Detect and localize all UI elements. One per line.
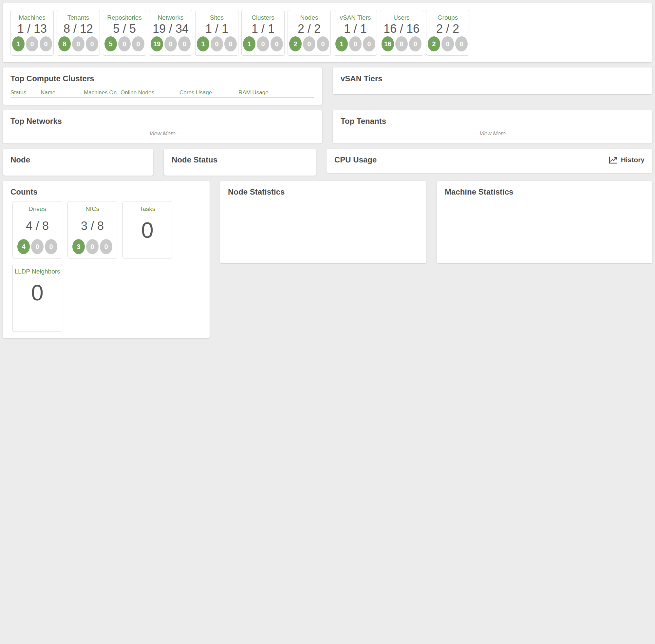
cpu-usage-title: CPU Usage [334,155,377,164]
column-header-machines-on: Machines On [84,89,120,96]
top-compute-clusters-panel: Top Compute Clusters StatusNameMachines … [3,68,322,105]
node-statistics-panel: Node Statistics [220,181,426,263]
card-badges: 1900 [151,36,191,51]
count-badge: 0 [31,239,44,254]
card-value: 1 / 1 [344,22,367,36]
column-header-ram-usage: RAM Usage [238,89,314,96]
card-title: Clusters [252,14,275,21]
count-badge: 0 [45,239,57,254]
summary-card-machines[interactable]: Machines1 / 13100 [10,10,54,56]
vsan-tiers-panel: vSAN Tiers [333,68,652,94]
count-badge: 0 [132,36,144,51]
card-value: 8 / 12 [64,22,93,36]
count-badge: 0 [257,36,269,51]
top-tenants-title: Top Tenants [341,117,645,126]
card-title: Drives [28,205,46,213]
statistics-row: Counts Drives4 / 8400NICs3 / 8300Tasks0L… [3,181,652,338]
history-button[interactable]: History [609,156,645,164]
history-button-label: History [621,156,645,164]
count-badge: 0 [442,36,454,51]
node-cpu-row: Node Node Status CPU Usage History [3,149,652,176]
summary-card-repositories[interactable]: Repositories5 / 5500 [103,10,146,56]
card-title: Users [393,14,410,21]
card-badges: 200 [289,36,329,51]
count-badge: 0 [455,36,468,51]
top-tenants-panel: Top Tenants -- View More -- [333,110,652,143]
count-badge: 1 [335,36,348,51]
tenants-view-more-link[interactable]: -- View More -- [341,130,645,137]
dashboard: Machines1 / 13100Tenants8 / 12800Reposit… [3,3,652,338]
count-badge: 16 [381,36,394,51]
top-networks-panel: Top Networks -- View More -- [3,110,322,143]
clusters-vsan-row: Top Compute Clusters StatusNameMachines … [3,68,652,105]
card-value: 4 / 8 [26,219,49,233]
cpu-usage-header: CPU Usage History [334,155,645,164]
card-badges: 100 [335,36,375,51]
table-header-row: StatusNameMachines OnOnline NodesCores U… [10,88,314,98]
count-badge: 0 [100,239,112,254]
summary-card-vsan-tiers[interactable]: vSAN Tiers1 / 1100 [334,10,377,56]
count-badge: 4 [17,239,30,254]
card-badges: 100 [12,36,52,51]
card-title: Machines [19,14,45,21]
count-badge: 1 [197,36,209,51]
card-badges: 1600 [381,36,421,51]
node-panel: Node [3,149,153,176]
card-value: 16 / 16 [383,22,420,36]
summary-card-networks[interactable]: Networks19 / 341900 [149,10,192,56]
card-value: 1 / 13 [17,22,47,36]
card-value: 2 / 2 [436,22,459,36]
summary-card-clusters[interactable]: Clusters1 / 1100 [241,10,285,56]
node-status-panel: Node Status [164,149,316,176]
summary-cards-panel: Machines1 / 13100Tenants8 / 12800Reposit… [3,3,652,62]
summary-card-nodes[interactable]: Nodes2 / 2200 [287,10,331,56]
card-title: NICs [86,205,99,213]
count-badge: 19 [151,36,163,51]
count-badge: 0 [409,36,421,51]
card-title: Sites [210,14,224,21]
count-badge: 0 [349,36,361,51]
count-badge: 1 [243,36,255,51]
card-badges: 400 [17,239,57,254]
count-badge: 2 [428,36,440,51]
card-value: 3 / 8 [81,219,104,233]
summary-card-tasks[interactable]: Tasks0 [122,201,172,258]
count-badge: 0 [178,36,191,51]
summary-card-tenants[interactable]: Tenants8 / 12800 [57,10,100,56]
count-badge: 0 [271,36,283,51]
count-badge: 5 [104,36,117,51]
card-badges: 100 [197,36,237,51]
summary-card-users[interactable]: Users16 / 161600 [380,10,423,56]
count-badge: 0 [164,36,177,51]
column-header-name: Name [41,89,84,96]
card-badges: 800 [58,36,98,51]
summary-card-nics[interactable]: NICs3 / 8300 [68,201,117,258]
card-value: 1 / 1 [205,22,228,36]
column-header-cores-usage: Cores Usage [180,89,238,96]
card-title: vSAN Tiers [340,14,371,21]
counts-title: Counts [10,187,202,197]
summary-card-sites[interactable]: Sites1 / 1100 [195,10,238,56]
card-badges: 500 [104,36,144,51]
summary-card-groups[interactable]: Groups2 / 2200 [426,10,469,56]
count-badge: 0 [72,36,85,51]
summary-cards-row: Machines1 / 13100Tenants8 / 12800Reposit… [10,10,645,56]
count-badge: 0 [224,36,237,51]
summary-card-drives[interactable]: Drives4 / 8400 [13,201,62,258]
count-badge: 0 [86,239,99,254]
column-header-online-nodes: Online Nodes [120,89,180,96]
count-badge: 0 [395,36,408,51]
count-badge: 0 [211,36,223,51]
vsan-tiers-title: vSAN Tiers [341,74,645,83]
card-badges: 100 [243,36,283,51]
top-compute-clusters-title: Top Compute Clusters [10,74,314,83]
machine-statistics-title: Machine Statistics [445,187,645,197]
card-title: Groups [438,14,458,21]
summary-card-lldp-neighbors[interactable]: LLDP Neighbors0 [13,264,62,332]
networks-view-more-link[interactable]: -- View More -- [10,130,314,137]
counts-panel: Counts Drives4 / 8400NICs3 / 8300Tasks0L… [3,181,210,338]
compute-clusters-table: StatusNameMachines OnOnline NodesCores U… [10,88,314,98]
count-badge: 0 [26,36,38,51]
cpu-usage-panel: CPU Usage History [327,149,652,173]
card-title: Repositories [107,14,142,21]
